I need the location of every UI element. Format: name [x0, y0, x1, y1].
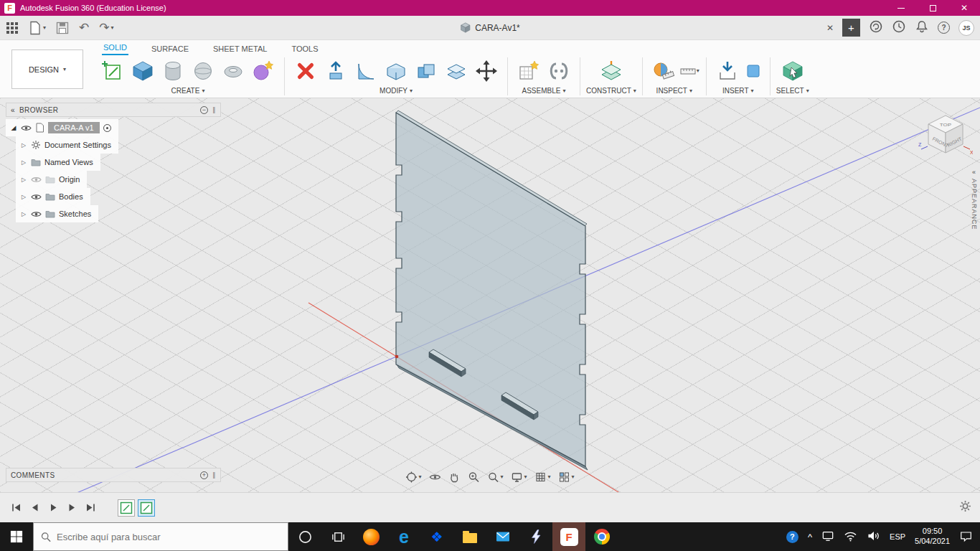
cortana-button[interactable]	[288, 522, 321, 551]
view-cube[interactable]: TOP FRONT RIGHT X Z	[918, 107, 973, 161]
insert-button[interactable]	[712, 55, 743, 87]
expand-toggle-icon[interactable]: ▷	[20, 142, 27, 149]
tree-row-document-settings[interactable]: ▷ Document Settings	[6, 136, 221, 154]
tray-monitor-button[interactable]	[821, 530, 834, 543]
tab-tools[interactable]: TOOLS	[290, 43, 319, 55]
new-component-button[interactable]	[514, 55, 544, 87]
firefox-button[interactable]	[354, 522, 387, 551]
start-button[interactable]	[0, 522, 33, 551]
create-box-button[interactable]	[128, 55, 158, 87]
model-panel-face[interactable]	[396, 113, 585, 466]
viewports-button[interactable]: ▾	[556, 469, 578, 485]
look-at-button[interactable]	[426, 469, 443, 485]
expand-comments-button[interactable]: +	[200, 471, 208, 479]
taskbar-search[interactable]	[33, 522, 288, 551]
select-button[interactable]	[778, 55, 808, 87]
root-document-label[interactable]: CARA-A v1	[48, 122, 100, 133]
activate-component-icon[interactable]	[103, 124, 111, 132]
viewport[interactable]: « BROWSER − ∥ ◢ CARA	[0, 98, 980, 492]
tree-row-root[interactable]: ◢ CARA-A v1	[6, 119, 221, 136]
tree-item-label[interactable]: Bodies	[59, 192, 83, 201]
undo-button[interactable]: ↶	[79, 20, 89, 35]
timeline-step-forward-button[interactable]	[65, 501, 79, 515]
visibility-eye-icon[interactable]	[31, 210, 42, 218]
collapse-browser-button[interactable]: −	[200, 106, 208, 114]
task-view-button[interactable]	[321, 522, 354, 551]
notifications-history-button[interactable]	[892, 19, 906, 37]
browser-grip-handle[interactable]: ∥	[212, 106, 216, 113]
document-tab[interactable]: CARA-Av1*	[460, 22, 519, 33]
timeline-go-to-start-button[interactable]	[9, 501, 23, 515]
timeline-settings-button[interactable]	[959, 500, 971, 515]
mail-button[interactable]	[486, 522, 519, 551]
timeline-step-back-button[interactable]	[27, 501, 42, 515]
assemble-menu[interactable]: ASSEMBLE ▾	[522, 87, 566, 98]
grid-settings-button[interactable]: ▾	[532, 469, 554, 485]
joint-button[interactable]	[544, 55, 574, 87]
volume-button[interactable]	[867, 530, 880, 543]
lightning-app-button[interactable]	[519, 522, 552, 551]
help-button[interactable]: ?	[938, 22, 950, 34]
timeline-go-to-end-button[interactable]	[83, 501, 98, 515]
visibility-eye-icon[interactable]	[31, 176, 42, 184]
insert-menu[interactable]: INSERT ▾	[722, 87, 754, 98]
move-button[interactable]	[471, 55, 501, 87]
orbit-button[interactable]: ▾	[402, 469, 424, 485]
close-button[interactable]: ✕	[948, 0, 980, 16]
file-menu-button[interactable]: ▾	[29, 21, 46, 35]
tree-row-named-views[interactable]: ▷ Named Views	[6, 154, 221, 171]
select-menu[interactable]: SELECT ▾	[776, 87, 809, 98]
expand-toggle-icon[interactable]: ▷	[20, 211, 27, 217]
tree-row-sketches[interactable]: ▷ Sketches	[6, 205, 221, 222]
create-sketch-button[interactable]	[98, 55, 128, 87]
minimize-button[interactable]	[885, 0, 917, 16]
measure-button[interactable]	[649, 55, 679, 87]
fillet-button[interactable]	[351, 55, 381, 87]
maximize-button[interactable]	[917, 0, 948, 16]
appearance-panel-tab[interactable]: « APPEARANCE	[968, 169, 980, 230]
create-torus-button[interactable]	[218, 55, 248, 87]
modify-menu[interactable]: MODIFY ▾	[380, 87, 413, 98]
comments-grip-handle[interactable]: ∥	[212, 471, 216, 479]
fusion-360-taskbar-button[interactable]: F	[552, 522, 585, 551]
pan-button[interactable]	[446, 469, 463, 485]
hidden-icons-button[interactable]: ^	[808, 532, 812, 542]
account-avatar[interactable]: JS	[958, 20, 974, 36]
tree-item-label[interactable]: Origin	[59, 175, 80, 184]
construct-menu[interactable]: CONSTRUCT ▾	[586, 87, 636, 98]
timeline-sketch-feature-2[interactable]	[138, 499, 155, 517]
create-sphere-button[interactable]	[188, 55, 218, 87]
file-explorer-button[interactable]	[453, 522, 486, 551]
combine-button[interactable]	[411, 55, 441, 87]
fit-button[interactable]: ▾	[484, 469, 506, 485]
chrome-button[interactable]	[585, 522, 618, 551]
redo-button[interactable]: ↷ ▾	[99, 20, 113, 35]
expand-toggle-icon[interactable]: ▷	[20, 176, 27, 183]
zoom-button[interactable]	[465, 469, 482, 485]
taskbar-clock[interactable]: 09:50 5/04/2021	[915, 527, 950, 547]
expand-toggle-icon[interactable]: ◢	[10, 124, 17, 131]
offset-plane-button[interactable]	[441, 55, 471, 87]
collapse-panel-icon[interactable]: «	[11, 106, 15, 114]
notifications-button[interactable]	[915, 19, 929, 37]
inspect-ruler-button[interactable]: ▾	[679, 55, 700, 87]
new-document-tab-button[interactable]: +	[842, 19, 860, 37]
tab-sheet-metal[interactable]: SHEET METAL	[212, 43, 268, 55]
visibility-eye-icon[interactable]	[21, 124, 32, 132]
tab-surface[interactable]: SURFACE	[150, 43, 190, 55]
edge-button[interactable]: e	[387, 522, 420, 551]
dropbox-button[interactable]: ❖	[420, 522, 453, 551]
app-grid-button[interactable]	[6, 22, 19, 34]
job-status-button[interactable]	[869, 19, 883, 37]
delete-button[interactable]	[291, 55, 321, 87]
insert-canvas-button[interactable]	[743, 55, 764, 87]
workspace-switcher[interactable]: DESIGN ▾	[11, 50, 83, 89]
search-input[interactable]	[57, 532, 281, 542]
create-form-button[interactable]	[248, 55, 278, 87]
browser-header[interactable]: « BROWSER − ∥	[6, 103, 221, 117]
tree-item-label[interactable]: Document Settings	[44, 141, 111, 149]
tree-row-bodies[interactable]: ▷ Bodies	[6, 188, 221, 205]
tree-row-origin[interactable]: ▷ Origin	[6, 171, 221, 188]
comments-bar[interactable]: COMMENTS + ∥	[6, 468, 221, 482]
visibility-eye-icon[interactable]	[31, 193, 42, 201]
